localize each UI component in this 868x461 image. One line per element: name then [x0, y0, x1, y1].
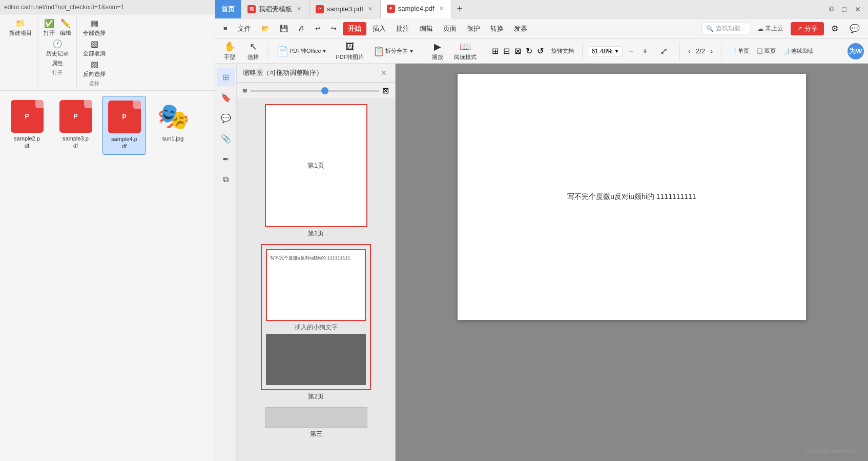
properties-button[interactable]: 属性 — [50, 58, 65, 68]
pdf-view-area[interactable]: 写不完个度微u反对iu颇hi的 1111111111 CSDN @weisian… — [396, 64, 868, 461]
menu-start[interactable]: 开始 — [343, 22, 366, 35]
chevron-down-icon: ▼ — [322, 49, 327, 54]
select-all-button[interactable]: ▦ 全部选择 — [81, 17, 108, 38]
menu-insert[interactable]: 插入 — [368, 22, 390, 35]
panel-close-button[interactable]: ✕ — [379, 68, 389, 78]
double-page-label: 双页 — [764, 47, 776, 55]
split-merge-button[interactable]: 📋 拆分合并 ▼ — [370, 44, 417, 58]
thumbnail-page3[interactable]: 第三 — [242, 407, 390, 438]
tab-close-sample4[interactable]: ✕ — [438, 5, 445, 12]
zoom-control[interactable]: 61.48% ▼ — [588, 46, 623, 56]
thumb-page1-img: 第1页 — [265, 104, 367, 227]
file-item-sample4[interactable]: P sample4.pdf — [102, 96, 146, 155]
pdf-icon-sample3: P — [59, 100, 92, 133]
fit-page-button[interactable]: ⤢ — [654, 44, 674, 58]
menu-convert[interactable]: 转换 — [486, 22, 508, 35]
page2-inner-text: 写不完个度微u反对iu颇hi的 111111111 — [270, 255, 350, 260]
zoom-in-button[interactable]: + — [639, 45, 650, 57]
rotate-cw-icon[interactable]: ↻ — [524, 45, 534, 57]
rotate-ccw-icon[interactable]: ↺ — [535, 45, 545, 57]
thumbnail-page2[interactable]: 写不完个度微u反对iu颇hi的 111111111 插入的小狗文字 第2页 — [242, 244, 390, 401]
tab-close-sample3[interactable]: ✕ — [366, 5, 374, 13]
menu-edit[interactable]: 编辑 — [416, 22, 437, 35]
select-tool-button[interactable]: ↖ 选择 — [243, 39, 263, 63]
single-page-button[interactable]: 📄 单页 — [727, 46, 752, 56]
hand-tool-button[interactable]: ✋ 手型 — [219, 39, 240, 63]
content-area: ⊞ 🔖 💬 📎 ✒ ⧉ 缩略图（可拖动调整顺序） ✕ — [215, 64, 868, 461]
close-window-button[interactable]: ✕ — [852, 4, 864, 14]
rotate-icon2[interactable]: ⊟ — [502, 45, 511, 57]
open-button[interactable]: ✅ 打开 — [42, 17, 57, 38]
tab-sample3[interactable]: P sample3.pdf ✕ — [309, 0, 381, 18]
rotate-doc-button[interactable]: 旋转文档 — [548, 46, 577, 56]
file-item-sample2[interactable]: P sample2.pdf — [5, 96, 49, 155]
tab-home-label: 首页 — [221, 5, 235, 14]
page-navigation: ‹ 2/2 › — [685, 46, 716, 57]
hand-label: 手型 — [224, 53, 235, 61]
read-mode-button[interactable]: 📖 阅读模式 — [451, 39, 480, 63]
continuous-read-button[interactable]: 📑 连续阅读 — [780, 46, 817, 56]
zoom-out-button[interactable]: − — [626, 45, 636, 57]
search-box[interactable]: 🔍 查找功能... — [701, 23, 750, 34]
menu-annotate[interactable]: 批注 — [392, 22, 414, 35]
invert-select-icon: ▨ — [91, 59, 98, 69]
sidebar-item-signature[interactable]: ✒ — [217, 150, 235, 168]
edit-label: 编辑 — [60, 29, 71, 37]
share-button[interactable]: ↗ 分享 — [791, 22, 824, 35]
sidebar-item-thumbnail[interactable]: ⊞ — [217, 68, 235, 86]
menu-print[interactable]: 🖨 — [294, 23, 309, 34]
history-button[interactable]: 🕐 历史记录 — [44, 38, 71, 58]
cloud-button[interactable]: ☁ 未上云 — [753, 23, 788, 34]
menu-redo[interactable]: ↪ — [327, 23, 341, 34]
edit-button[interactable]: ✏️ 编辑 — [58, 17, 73, 38]
settings-button[interactable]: ⚙ — [827, 22, 842, 35]
restore-button[interactable]: ⧉ — [826, 4, 837, 14]
toolbar: ✋ 手型 ↖ 选择 📄 PDF转Office ▼ 🖼 PDF转图片 📋 拆分合并… — [215, 39, 868, 64]
size-slider[interactable] — [250, 90, 379, 92]
menu-hamburger[interactable]: ≡ — [219, 23, 232, 34]
sidebar-item-bookmark[interactable]: 🔖 — [217, 88, 235, 107]
tab-add-button[interactable]: + — [452, 4, 468, 14]
user-avatar[interactable]: 为W — [848, 43, 864, 59]
thumbnail-page1[interactable]: 第1页 第1页 — [242, 104, 390, 238]
double-page-button[interactable]: 📋 双页 — [753, 46, 779, 56]
split-merge-icon: 📋 — [373, 46, 384, 57]
menu-page[interactable]: 页面 — [439, 22, 461, 35]
tab-sample4[interactable]: P sample4.pdf ✕ — [381, 0, 452, 18]
play-button[interactable]: ▶ 播放 — [427, 39, 448, 63]
menu-save[interactable]: 💾 — [276, 23, 292, 34]
tab-home[interactable]: 首页 — [215, 0, 241, 18]
menu-file[interactable]: 文件 — [234, 22, 255, 35]
tab-favicon-template: 稻 — [247, 5, 256, 13]
tab-close-template[interactable]: ✕ — [295, 5, 303, 13]
prev-page-button[interactable]: ‹ — [685, 46, 694, 57]
pdf-page: 写不完个度微u反对iu颇hi的 1111111111 — [458, 74, 806, 320]
watermark: CSDN @weisian151 — [803, 448, 860, 455]
menu-undo[interactable]: ↩ — [311, 23, 325, 34]
sidebar-item-layers[interactable]: ⧉ — [217, 170, 235, 189]
menu-open-folder[interactable]: 📂 — [257, 23, 274, 34]
panel-title: 缩略图（可拖动调整顺序） — [243, 68, 323, 77]
crop-icon[interactable]: ⊠ — [513, 45, 523, 57]
deselect-all-button[interactable]: ▧ 全部取消 — [81, 38, 108, 58]
pdf-to-image-button[interactable]: 🖼 PDF转图片 — [333, 40, 367, 63]
pdf-to-office-button[interactable]: 📄 PDF转Office ▼ — [274, 44, 329, 58]
maximize-button[interactable]: □ — [839, 4, 850, 14]
invert-select-button[interactable]: ▨ 反向选择 — [81, 58, 108, 79]
image-icon-sun1: 🎭 — [157, 100, 190, 133]
sidebar-item-attachment[interactable]: 📎 — [217, 129, 235, 148]
thumb-page3-label: 第三 — [310, 430, 322, 438]
history-label: 历史记录 — [46, 50, 69, 57]
menu-protect[interactable]: 保护 — [463, 22, 484, 35]
file-item-sun1[interactable]: 🎭 sun1.jpg — [151, 96, 195, 155]
menu-invoice[interactable]: 发票 — [510, 22, 531, 35]
sidebar-item-comment[interactable]: 💬 — [217, 109, 235, 127]
file-item-sample3[interactable]: P sample3.pdf — [54, 96, 97, 155]
message-button[interactable]: 💬 — [845, 22, 864, 35]
next-page-button[interactable]: › — [707, 46, 716, 57]
tab-template[interactable]: 稻 我稻壳模板 ✕ — [241, 0, 309, 18]
new-project-button[interactable]: 📁 新建项目 — [7, 17, 34, 38]
slider-thumb[interactable] — [321, 87, 328, 94]
continuous-read-icon: 📑 — [783, 48, 790, 54]
rotate-icon1[interactable]: ⊞ — [490, 45, 500, 57]
